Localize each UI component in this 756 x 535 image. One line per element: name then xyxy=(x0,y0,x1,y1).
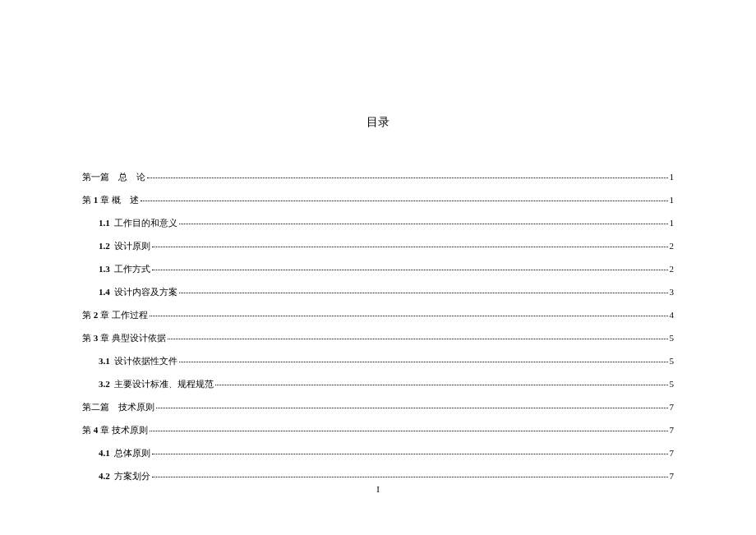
toc-leader-dots xyxy=(150,316,668,316)
toc-entry: 第二篇 技术原则7 xyxy=(82,401,674,413)
toc-entry: 第 1 章 概 述1 xyxy=(82,194,674,206)
toc-entry: 1.4 设计内容及方案3 xyxy=(82,286,674,298)
toc-leader-dots xyxy=(141,201,668,201)
toc-entry-page: 5 xyxy=(670,356,675,366)
toc-leader-dots xyxy=(215,385,667,385)
toc-list: 第一篇 总 论1第 1 章 概 述11.1 工作目的和意义11.2 设计原则21… xyxy=(82,171,674,482)
toc-leader-dots xyxy=(168,339,668,339)
toc-leader-dots xyxy=(152,270,667,270)
toc-entry-page: 5 xyxy=(670,333,675,343)
toc-entry-page: 3 xyxy=(670,287,675,297)
toc-entry-label: 1.1 工作目的和意义 xyxy=(99,217,177,229)
toc-entry: 1.3 工作方式2 xyxy=(82,263,674,275)
toc-entry-label: 3.2 主要设计标准、规程规范 xyxy=(99,378,214,390)
toc-title: 目录 xyxy=(82,115,674,130)
toc-entry-page: 1 xyxy=(670,172,675,182)
toc-leader-dots xyxy=(179,224,667,224)
toc-entry-label: 1.4 设计内容及方案 xyxy=(99,286,177,298)
toc-entry: 1.1 工作目的和意义1 xyxy=(82,217,674,229)
page-footer-number: I xyxy=(376,484,380,494)
toc-entry-label: 第 2 章 工作过程 xyxy=(82,309,148,321)
toc-entry-label: 1.2 设计原则 xyxy=(99,240,150,252)
toc-entry-page: 7 xyxy=(670,471,675,481)
toc-entry-label: 第 1 章 概 述 xyxy=(82,194,139,206)
toc-entry: 第 4 章 技术原则7 xyxy=(82,424,674,436)
page-container: 目录 第一篇 总 论1第 1 章 概 述11.1 工作目的和意义11.2 设计原… xyxy=(0,0,756,518)
toc-entry: 第 3 章 典型设计依据5 xyxy=(82,332,674,344)
toc-entry-label: 第 3 章 典型设计依据 xyxy=(82,332,166,344)
toc-leader-dots xyxy=(152,477,667,477)
toc-leader-dots xyxy=(147,178,668,178)
toc-entry-page: 7 xyxy=(670,448,675,458)
toc-entry-label: 第 4 章 技术原则 xyxy=(82,424,148,436)
toc-entry-page: 2 xyxy=(670,241,675,251)
toc-entry-page: 7 xyxy=(670,402,675,412)
toc-entry-label: 第二篇 技术原则 xyxy=(82,401,154,413)
toc-entry-page: 5 xyxy=(670,379,675,389)
toc-entry-page: 7 xyxy=(670,425,675,435)
toc-leader-dots xyxy=(150,431,668,431)
toc-entry: 3.2 主要设计标准、规程规范5 xyxy=(82,378,674,390)
toc-entry-page: 1 xyxy=(670,195,675,205)
toc-entry: 第一篇 总 论1 xyxy=(82,171,674,183)
toc-entry-label: 3.1 设计依据性文件 xyxy=(99,355,177,367)
toc-entry-page: 1 xyxy=(670,218,675,228)
toc-entry-label: 4.2 方案划分 xyxy=(99,470,150,482)
toc-leader-dots xyxy=(152,247,667,247)
toc-leader-dots xyxy=(179,362,667,362)
toc-entry: 4.2 方案划分7 xyxy=(82,470,674,482)
toc-leader-dots xyxy=(152,454,667,454)
toc-leader-dots xyxy=(156,408,668,408)
toc-leader-dots xyxy=(179,293,667,293)
toc-entry: 1.2 设计原则2 xyxy=(82,240,674,252)
toc-entry-label: 4.1 总体原则 xyxy=(99,447,150,459)
toc-entry-page: 4 xyxy=(670,310,675,320)
toc-entry: 第 2 章 工作过程4 xyxy=(82,309,674,321)
toc-entry: 3.1 设计依据性文件5 xyxy=(82,355,674,367)
toc-entry-label: 1.3 工作方式 xyxy=(99,263,150,275)
toc-entry-page: 2 xyxy=(670,264,675,274)
toc-entry: 4.1 总体原则7 xyxy=(82,447,674,459)
toc-entry-label: 第一篇 总 论 xyxy=(82,171,145,183)
